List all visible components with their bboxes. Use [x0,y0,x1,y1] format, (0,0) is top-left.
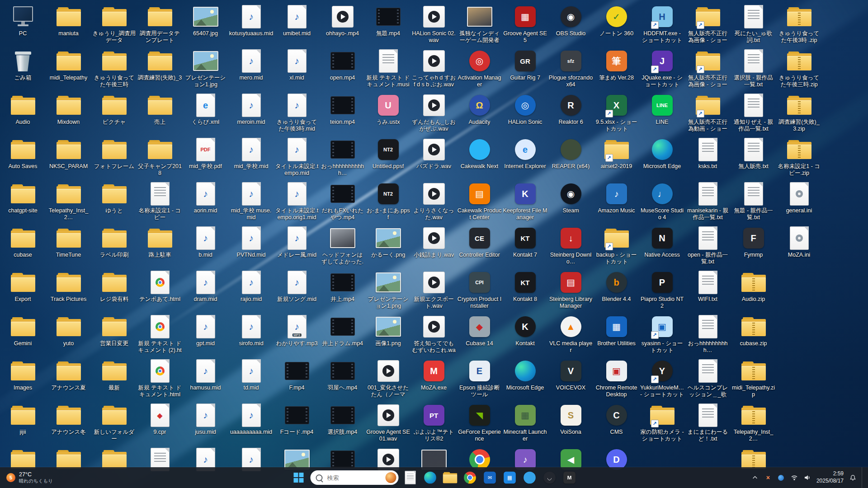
desktop-icon[interactable]: ΩAudacity [457,90,502,135]
wifi-icon[interactable] [790,474,798,482]
desktop-icon[interactable]: F.mp4 [274,356,320,400]
desktop-icon[interactable]: 孤独なインディーゲーム開発者の一生… [457,2,502,46]
desktop-icon[interactable]: 路上駐車 [137,223,183,267]
desktop-icon[interactable]: ♪mero.mid [228,46,274,90]
desktop-icon[interactable]: open.mp4 [320,46,365,90]
desktop-icon[interactable]: ▤Cakewalk Product Center [457,179,502,223]
desktop-icon[interactable]: CCMS [594,400,639,445]
desktop-icon[interactable]: 無人販売.txt [731,135,776,179]
taskbar-app-blue-circle-app[interactable] [521,469,539,487]
desktop-icon[interactable]: Cakewalk Next [457,135,502,179]
desktop-icon[interactable]: ▦Brother Utilities [594,312,639,356]
desktop-icon[interactable]: ♪meroin.mid [228,90,274,135]
desktop-icon[interactable]: 001_変化させたたん（ノーマル）_今じゃ… [365,356,411,400]
desktop-icon[interactable]: プレゼンテーション1.png [365,267,411,312]
start-button[interactable] [290,469,308,487]
desktop-icon[interactable]: Groove Agent SE 01.wav [365,400,411,445]
desktop-icon[interactable]: ♪メドレー風.mid [274,223,320,267]
desktop-icon[interactable]: 65407.jpg [183,2,228,46]
desktop-icon[interactable]: ohhayo-.mp4 [320,2,365,46]
desktop-icon[interactable]: ▣Chrome Remote Desktop [594,356,639,400]
desktop-icon[interactable]: 営業日変更 [91,312,137,356]
desktop-icon[interactable]: ゆうと [91,179,137,223]
desktop-icon[interactable]: MMoZA.exe [411,356,457,400]
desktop-icon[interactable]: jijii [0,400,46,445]
taskbar-app-mail[interactable]: ✉ [481,469,499,487]
desktop-icon[interactable]: RReaktor 6 [548,90,594,135]
desktop-icon[interactable]: 新しいフォルダー [91,400,137,445]
desktop-icon[interactable]: WIFI.txt [685,267,731,312]
desktop-icon[interactable]: Export [0,267,46,312]
desktop-icon[interactable]: ♪新規ソング.mid [274,267,320,312]
desktop-icon[interactable]: ♪mid_学校.mid [228,135,274,179]
taskbar-app-discord[interactable]: ◡ [541,469,559,487]
desktop-icon[interactable]: bBlender 4.4 [594,267,639,312]
desktop-icon[interactable]: ksks.txt [685,135,731,179]
desktop-icon[interactable]: ▦Groove Agent SE 5 [502,2,548,46]
desktop-icon[interactable]: HALion Sonic 02.wav [411,2,457,46]
desktop-icon[interactable]: ↗無人販売不正行為画像 - ショートカッ… [685,2,731,46]
desktop-icon[interactable]: ◆9.cpr [137,400,183,445]
desktop-icon[interactable]: フォトフレーム [91,135,137,179]
desktop-icon[interactable]: ▣↗syasinn - ショートカット [639,312,685,356]
taskbar-clock[interactable]: 2:59 2025/08/17 [816,470,844,484]
desktop-icon[interactable]: アナウンス夏 [46,356,91,400]
desktop-icon[interactable]: きゅうり食ってた午後三時.zip [776,46,822,90]
desktop-icon[interactable]: Telepathy_Inst_2… [46,179,91,223]
desktop-icon[interactable]: PPiapro Studio NT2 [639,267,685,312]
desktop-icon[interactable]: REAPER (x64) [548,135,594,179]
desktop-icon[interactable]: アナウンス冬 [46,400,91,445]
desktop-icon[interactable]: だれもFXいれたやつ.mp4 [320,179,365,223]
desktop-icon[interactable]: ♪rajio.mid [228,267,274,312]
desktop-icon[interactable]: ♩MuseScore Studio 4 [639,179,685,223]
desktop-icon[interactable]: 死にたい_ゅ歌詞.txt [731,2,776,46]
search-highlight-image[interactable] [386,472,396,483]
desktop-icon[interactable]: NNative Access [639,223,685,267]
desktop-icon[interactable]: open - 親作品一覧.txt [685,223,731,267]
desktop-icon[interactable]: NKSC_PARAM [46,135,91,179]
desktop-icon[interactable]: まにまにわーるど！.txt [685,400,731,445]
desktop-icon[interactable]: レジ袋有料 [91,267,137,312]
desktop-icon[interactable]: ♪gpt.mid [183,312,228,356]
desktop-icon[interactable]: ♪Amazon Music [594,179,639,223]
desktop-icon[interactable]: midi_Telepathy [46,46,91,90]
desktop-icon[interactable]: 新規 テキスト ドキュメント.html [137,356,183,400]
desktop-icon[interactable]: ◎Activation Manager [457,46,502,90]
desktop-icon[interactable]: Mixdown [46,90,91,135]
desktop-icon[interactable]: ◉OBS Studio [548,2,594,46]
desktop-icon[interactable]: EEpson 接続診断ツール [457,356,502,400]
desktop-icon[interactable]: きゅうり食ってた午後三時 [91,46,137,90]
desktop-icon[interactable]: ♪b.mid [183,223,228,267]
desktop-icon[interactable]: よりうさくなった.wav [411,179,457,223]
desktop-icon[interactable]: 羽屋ヘ.mp4 [320,356,365,400]
desktop-icon[interactable]: SVoiSona [548,400,594,445]
desktop-icon[interactable]: MoZA.ini [776,223,822,267]
desktop-icon[interactable]: 調査練習(失敗)_3 [137,46,183,90]
desktop-icon[interactable]: J↗JQuake.exe - ショートカット [639,46,685,90]
desktop-icon[interactable]: manisekarin - 親作品一覧.txt [685,179,731,223]
desktop-icon[interactable]: Audio [0,90,46,135]
desktop-icon[interactable]: 新規エクスポート.wav [411,267,457,312]
taskbar-app-chrome[interactable] [461,469,479,487]
desktop-icon[interactable]: 小銭詰まり.wav [411,223,457,267]
desktop-icon[interactable]: 新規 テキスト ドキュメント.musicxml [365,46,411,90]
desktop-icon[interactable]: かるーく.png [365,223,411,267]
desktop-icon[interactable]: ヘルスコンプレッション＿_歌詞.txt [685,356,731,400]
desktop-icon[interactable]: Microsoft Edge [639,135,685,179]
desktop-icon[interactable]: ◥GeForce Experience [457,400,502,445]
taskbar-app-edge[interactable] [421,469,439,487]
desktop-icon[interactable]: Uうみ.ustx [365,90,411,135]
desktop-icon[interactable]: PTぷよぷよ™テトリス®2 [411,400,457,445]
desktop-icon[interactable]: ↗airset2-2019 [594,135,639,179]
desktop-icon[interactable]: 無題 - 親作品一覧.txt [731,179,776,223]
desktop-icon[interactable]: ♪タイトル未設定.tempo.orig1.mid [274,179,320,223]
desktop-icon[interactable]: ♪td.mid [228,356,274,400]
desktop-icon[interactable]: KTKontakt 8 [502,267,548,312]
desktop-icon[interactable]: Y↗YukkuriMovieM… - ショートカット [639,356,685,400]
desktop-icon[interactable]: パズドラ.wav [411,135,457,179]
desktop-icon[interactable]: eくらび.xml [183,90,228,135]
taskbar-app-m-app[interactable]: M [561,469,579,487]
desktop-icon[interactable]: cubase [0,223,46,267]
desktop-icon[interactable]: ♪タイトル未設定.tempo.mid [274,135,320,179]
desktop-icon[interactable]: テンポあて.html [137,267,183,312]
